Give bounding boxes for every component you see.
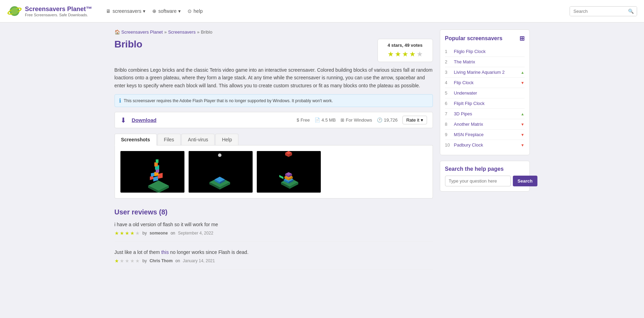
- list-item: 1 Fliglo Flip Clock: [445, 46, 525, 57]
- nav-help[interactable]: ⊙ help: [188, 8, 202, 14]
- help-search-button[interactable]: Search: [513, 176, 537, 186]
- rstar-4: ★: [130, 258, 135, 264]
- rstar-1: ★: [115, 258, 119, 264]
- list-item: 3 Living Marine Aquarium 2 ▲: [445, 67, 525, 78]
- screenshot-3: [257, 151, 321, 193]
- download-link[interactable]: Download: [132, 117, 157, 123]
- dollar-icon: $: [297, 117, 299, 123]
- download-size: 📄 4.5 MB: [315, 117, 336, 123]
- logo-link[interactable]: Screensavers Planet™ Free Screensavers. …: [7, 3, 92, 19]
- help-search-input[interactable]: [445, 176, 511, 186]
- review-by-label: by: [143, 258, 147, 263]
- trend-up-icon: ▲: [521, 112, 525, 116]
- list-item: 7 3D Pipes ▲: [445, 109, 525, 119]
- popular-link[interactable]: Another Matrix: [454, 122, 518, 127]
- review-on-label: on: [171, 231, 175, 236]
- help-icon: ⊙: [188, 8, 192, 14]
- review-meta: ★ ★ ★ ★ ★ by someone on September 4, 202…: [115, 230, 433, 236]
- star-5: ★: [417, 50, 423, 58]
- rate-button[interactable]: Rate it ▾: [402, 116, 427, 124]
- breadcrumb-sep-1: »: [164, 29, 166, 35]
- list-item: 6 FlipIt Flip Clock: [445, 98, 525, 109]
- tab-help[interactable]: Help: [215, 134, 238, 145]
- file-icon: 📄: [315, 117, 320, 123]
- svg-rect-13: [156, 159, 158, 163]
- grid-icon: ⊞: [519, 35, 525, 42]
- star-3: ★: [402, 50, 408, 58]
- rstar-3: ★: [125, 230, 129, 236]
- download-bar: ⬇ Download $ Free 📄 4.5 MB ⊞ For Windows…: [115, 112, 433, 128]
- download-arrow-icon: ⬇: [120, 116, 126, 124]
- rating-box: 4 stars, 49 votes ★ ★ ★ ★ ★: [378, 39, 433, 62]
- review-item: Just like a lot of them this no longer w…: [115, 249, 433, 270]
- popular-list: 1 Fliglo Flip Clock 2 The Matrix 3 Livin…: [445, 46, 525, 150]
- popular-title: Popular screensavers ⊞: [445, 35, 525, 42]
- clock-icon: 🕐: [377, 117, 382, 123]
- rstar-3: ★: [125, 258, 129, 264]
- rating-stars: ★ ★ ★ ★ ★: [383, 50, 427, 58]
- popular-link[interactable]: Living Marine Aquarium 2: [454, 70, 518, 75]
- tab-antivirus[interactable]: Anti-virus: [181, 134, 215, 145]
- list-item: 10 Padbury Clock ▼: [445, 140, 525, 150]
- main-container: 🏠 Screensavers Planet » Screensavers » B…: [108, 23, 537, 283]
- tabs-bar: Screenshots Files Anti-virus Help: [115, 134, 433, 145]
- screenshots-panel: [115, 145, 433, 198]
- list-item: 2 The Matrix: [445, 57, 525, 67]
- list-item: 9 MSN Fireplace ▼: [445, 130, 525, 140]
- description: Briblo combines Lego bricks and the clas…: [115, 66, 433, 89]
- breadcrumb-screensavers-link[interactable]: Screensavers: [168, 29, 196, 35]
- nav-screensavers[interactable]: 🖥 screensavers ▾: [106, 8, 145, 14]
- popular-link[interactable]: FlipIt Flip Clock: [454, 101, 525, 106]
- trend-down-icon: ▼: [521, 133, 525, 137]
- review-date: September 4, 2022: [178, 231, 213, 236]
- review-stars: ★ ★ ★ ★ ★: [115, 258, 140, 264]
- review-meta: ★ ★ ★ ★ ★ by Chris Thom on January 14, 2…: [115, 258, 433, 264]
- circle-plus-icon: ⊕: [152, 8, 156, 14]
- popular-link[interactable]: The Matrix: [454, 59, 525, 64]
- home-icon: 🏠: [115, 29, 120, 35]
- popular-link[interactable]: 3D Pipes: [454, 111, 518, 116]
- search-input[interactable]: [570, 7, 625, 16]
- search-button[interactable]: 🔍: [625, 7, 637, 16]
- download-platform: ⊞ For Windows: [341, 117, 372, 123]
- site-title: Screensavers Planet™: [25, 6, 92, 13]
- review-on-label: on: [175, 258, 180, 263]
- tab-screenshots[interactable]: Screenshots: [115, 134, 157, 145]
- popular-section: Popular screensavers ⊞ 1 Fliglo Flip Clo…: [440, 29, 530, 155]
- screenshot-2: [189, 151, 253, 193]
- popular-link[interactable]: Underwater: [454, 90, 525, 96]
- breadcrumb-sep-2: »: [197, 29, 199, 35]
- main-content: 🏠 Screensavers Planet » Screensavers » B…: [115, 29, 433, 276]
- warning-text: This screensaver requires the Adobe Flas…: [124, 98, 333, 103]
- review-date: January 14, 2021: [183, 258, 215, 263]
- tab-files[interactable]: Files: [157, 134, 181, 145]
- breadcrumb: 🏠 Screensavers Planet » Screensavers » B…: [115, 29, 433, 35]
- info-icon: ℹ: [119, 97, 121, 104]
- review-author: someone: [149, 231, 168, 236]
- help-search-section: Search the help pages Search: [440, 161, 530, 192]
- trend-down-icon: ▼: [521, 81, 525, 85]
- popular-link[interactable]: Padbury Clock: [454, 142, 518, 148]
- list-item: 4 Flip Clock ▼: [445, 78, 525, 88]
- breadcrumb-home-link[interactable]: Screensavers Planet: [121, 29, 163, 35]
- sidebar: Popular screensavers ⊞ 1 Fliglo Flip Clo…: [440, 29, 530, 276]
- popular-link[interactable]: Flip Clock: [454, 80, 518, 85]
- download-meta: $ Free 📄 4.5 MB ⊞ For Windows 🕐 19,726 R…: [297, 116, 427, 124]
- rating-summary: 4 stars, 49 votes: [383, 43, 427, 48]
- screenshot-3-svg: [257, 151, 321, 193]
- nav-software[interactable]: ⊕ software ▾: [152, 8, 181, 14]
- review-author: Chris Thom: [149, 258, 173, 263]
- trend-down-icon: ▼: [521, 122, 525, 126]
- review-by-label: by: [143, 231, 147, 236]
- popular-link[interactable]: Fliglo Flip Clock: [454, 49, 525, 54]
- download-price: $ Free: [297, 117, 310, 123]
- site-sub: Free Screensavers. Safe Downloads.: [25, 13, 92, 17]
- reviews-section: User reviews (8) i have a old version of…: [115, 208, 433, 270]
- review-item: i have a old version of flash so it will…: [115, 221, 433, 242]
- screenshot-2-svg: [189, 151, 253, 193]
- popular-link[interactable]: MSN Fireplace: [454, 132, 518, 137]
- star-1: ★: [388, 50, 394, 58]
- page-title: Briblo: [115, 39, 143, 50]
- help-search-title: Search the help pages: [445, 166, 525, 172]
- trend-down-icon: ▼: [521, 143, 525, 147]
